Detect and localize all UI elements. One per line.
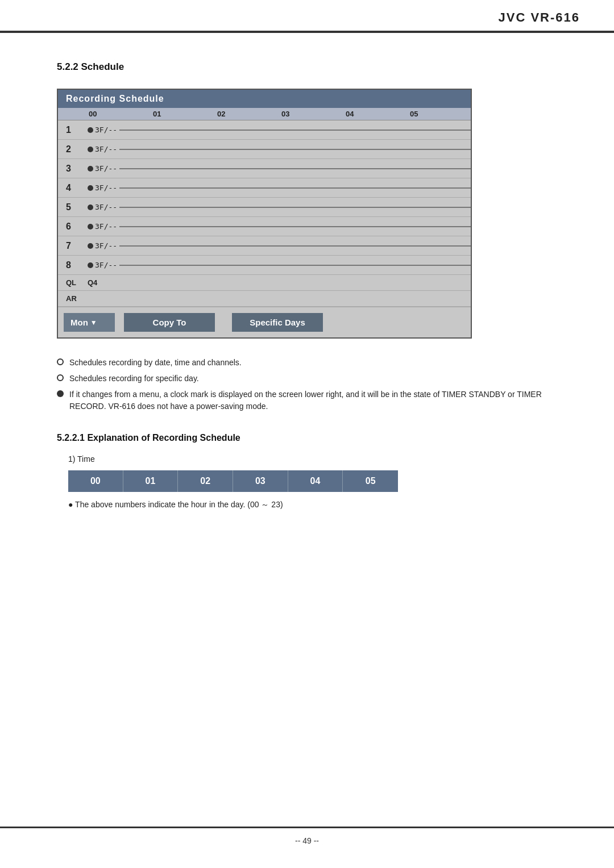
subsection-title: 5.2.2.1 Explanation of Recording Schedul… [57,433,557,443]
table-row: 5 3F/-- [58,198,471,217]
main-content: 5.2.2 Schedule Recording Schedule 00 01 … [0,33,614,567]
row-content-2: 3F/-- [85,145,471,153]
timeline-bar [119,207,471,208]
schedule-rows-area: 1 3F/-- 2 3F/-- 3 3F/-- [58,120,471,307]
bullet-item-2: Schedules recording for specific day. [57,373,557,385]
bullet-text-1: Schedules recording by date, time and ch… [69,357,557,369]
dot-icon [88,166,93,172]
row-label-1: 1 [58,125,85,135]
dot-icon [88,127,93,133]
bullet-text-3: If it changes from a menu, a clock mark … [69,389,557,412]
ar-label: AR [58,294,85,303]
row-label-5: 5 [58,202,85,212]
row-label-3: 3 [58,164,85,174]
timeline-bar [119,168,471,169]
timeline-bar [119,226,471,227]
row-content-4: 3F/-- [85,183,471,192]
time-bar-cell-5: 05 [343,470,398,492]
filled-circle-icon [57,390,64,397]
row-label-4: 4 [58,183,85,193]
row-text-7: 3F/-- [95,241,117,250]
row-label-6: 6 [58,222,85,232]
schedule-bottom-bar: Mon ▼ Copy To Specific Days [58,307,471,337]
time-note: ● The above numbers indicate the hour in… [68,500,557,510]
time-05: 05 [406,108,471,120]
specific-days-button[interactable]: Specific Days [232,313,323,332]
bullet-item-3: If it changes from a menu, a clock mark … [57,389,557,412]
ar-row: AR [58,291,471,307]
row-text-8: 3F/-- [95,261,117,269]
row-label-7: 7 [58,241,85,251]
mon-label: Mon [70,318,88,327]
row-content-1: 3F/-- [85,126,471,134]
ql-value: Q4 [85,278,471,287]
time-bar: 00 01 02 03 04 05 [68,470,398,492]
timeline-bar [119,149,471,150]
dot-icon [88,243,93,249]
ql-row: QL Q4 [58,275,471,291]
table-row: 4 3F/-- [58,178,471,198]
bullet-item-1: Schedules recording by date, time and ch… [57,357,557,369]
bullet-text-2: Schedules recording for specific day. [69,373,557,385]
table-row: 7 3F/-- [58,236,471,256]
timeline-bar [119,187,471,189]
row-text-5: 3F/-- [95,203,117,211]
row-text-3: 3F/-- [95,164,117,173]
schedule-header: Recording Schedule [58,90,471,108]
recording-schedule-table: Recording Schedule 00 01 02 03 04 05 1 3… [57,89,472,339]
row-content-3: 3F/-- [85,164,471,173]
page-footer: -- 49 -- [0,827,614,845]
dot-icon [88,147,93,152]
chevron-down-icon: ▼ [90,319,97,327]
row-label-8: 8 [58,260,85,270]
page-header: JVC VR-616 [0,0,614,33]
dot-icon [88,224,93,229]
time-bar-cell-0: 00 [68,470,123,492]
dot-icon [88,185,93,191]
bullets-section: Schedules recording by date, time and ch… [57,357,557,412]
row-text-6: 3F/-- [95,222,117,231]
dot-icon [88,205,93,210]
row-text-1: 3F/-- [95,126,117,134]
time-bar-cell-3: 03 [233,470,288,492]
time-section-label: 1) Time [68,454,557,464]
row-content-7: 3F/-- [85,241,471,250]
time-bar-cell-4: 04 [288,470,343,492]
timeline-bar [119,245,471,247]
time-00: 00 [85,108,150,120]
timeline-bar [119,265,471,266]
time-bar-cell-1: 01 [123,470,179,492]
row-content-8: 3F/-- [85,261,471,269]
timeline-bar [119,130,471,131]
dot-icon [88,262,93,268]
row-content-6: 3F/-- [85,222,471,231]
time-row-empty [58,108,85,120]
row-content-5: 3F/-- [85,203,471,211]
row-text-2: 3F/-- [95,145,117,153]
table-row: 8 3F/-- [58,256,471,275]
row-text-4: 3F/-- [95,183,117,192]
table-row: 2 3F/-- [58,140,471,159]
schedule-time-header-row: 00 01 02 03 04 05 [58,108,471,120]
table-row: 1 3F/-- [58,120,471,140]
mon-dropdown[interactable]: Mon ▼ [64,313,115,332]
copy-to-button[interactable]: Copy To [124,313,215,332]
row-label-2: 2 [58,144,85,155]
time-bar-cell-2: 02 [178,470,233,492]
open-circle-icon [57,358,64,365]
brand-title: JVC VR-616 [498,10,580,25]
section-title: 5.2.2 Schedule [57,61,557,73]
time-02: 02 [214,108,278,120]
ql-label: QL [58,278,85,287]
time-03: 03 [278,108,342,120]
open-circle-icon [57,374,64,381]
table-row: 3 3F/-- [58,159,471,178]
page-number: -- 49 -- [295,836,319,845]
time-01: 01 [150,108,214,120]
time-04: 04 [342,108,406,120]
table-row: 6 3F/-- [58,217,471,236]
